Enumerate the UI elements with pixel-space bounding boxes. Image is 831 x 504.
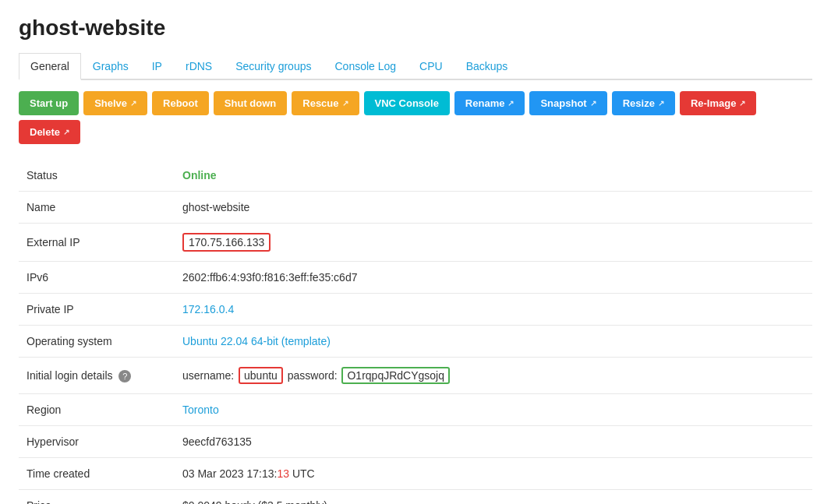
shelve-button[interactable]: Shelve ↗ <box>83 91 147 115</box>
value-hypervisor: 9eecfd763135 <box>175 426 812 458</box>
tab-general[interactable]: General <box>19 53 81 80</box>
value-ipv6: 2602:ffb6:4:93f0:f816:3eff:fe35:c6d7 <box>175 262 812 294</box>
external-icon: ↗ <box>590 99 596 107</box>
region-link[interactable]: Toronto <box>182 404 219 416</box>
reboot-button[interactable]: Reboot <box>152 91 209 115</box>
label-status: Status <box>19 160 175 192</box>
value-external-ip: 170.75.166.133 <box>175 224 812 262</box>
os-link[interactable]: Ubuntu 22.04 64-bit (template) <box>182 335 331 347</box>
password-box: O1rqpqJRdCYgsojq <box>341 367 450 384</box>
table-row: External IP 170.75.166.133 <box>19 224 812 262</box>
tab-rdns[interactable]: rDNS <box>174 53 224 79</box>
label-time-created: Time created <box>19 458 175 490</box>
external-icon: ↗ <box>130 99 136 107</box>
info-table: Status Online Name ghost-website Externa… <box>19 160 812 504</box>
label-login-details: Initial login details ? <box>19 358 175 394</box>
table-row: Name ghost-website <box>19 192 812 224</box>
label-os: Operating system <box>19 326 175 358</box>
tab-cpu[interactable]: CPU <box>408 53 454 79</box>
vnc-console-button[interactable]: VNC Console <box>364 91 450 115</box>
table-row: Private IP 172.16.0.4 <box>19 294 812 326</box>
label-region: Region <box>19 394 175 426</box>
value-login-details: username: ubuntu password: O1rqpqJRdCYgs… <box>175 358 812 394</box>
rename-button[interactable]: Rename ↗ <box>454 91 525 115</box>
table-row: Time created 03 Mar 2023 17:13:13 UTC <box>19 458 812 490</box>
external-icon: ↗ <box>342 99 348 107</box>
value-private-ip: 172.16.0.4 <box>175 294 812 326</box>
table-row: Status Online <box>19 160 812 192</box>
username-box: ubuntu <box>239 367 283 384</box>
tab-backups[interactable]: Backups <box>454 53 520 79</box>
delete-button[interactable]: Delete ↗ <box>19 120 80 144</box>
private-ip-link[interactable]: 172.16.0.4 <box>182 303 234 315</box>
label-hypervisor: Hypervisor <box>19 426 175 458</box>
tab-security-groups[interactable]: Security groups <box>224 53 323 79</box>
table-row: IPv6 2602:ffb6:4:93f0:f816:3eff:fe35:c6d… <box>19 262 812 294</box>
label-private-ip: Private IP <box>19 294 175 326</box>
tab-console-log[interactable]: Console Log <box>323 53 408 79</box>
external-icon: ↗ <box>507 99 514 107</box>
action-toolbar: Start up Shelve ↗ Reboot Shut down Rescu… <box>19 91 812 144</box>
re-image-button[interactable]: Re-Image ↗ <box>680 91 757 115</box>
label-ipv6: IPv6 <box>19 262 175 294</box>
time-highlight: 13 <box>277 467 289 480</box>
rescue-button[interactable]: Rescue ↗ <box>292 91 359 115</box>
value-status: Online <box>175 160 812 192</box>
value-time-created: 03 Mar 2023 17:13:13 UTC <box>175 458 812 490</box>
value-price: $0.0049 hourly ($3.5 monthly) <box>175 490 812 505</box>
value-name: ghost-website <box>175 192 812 224</box>
tab-ip[interactable]: IP <box>140 53 174 79</box>
value-os: Ubuntu 22.04 64-bit (template) <box>175 326 812 358</box>
tab-bar: General Graphs IP rDNS Security groups C… <box>19 53 812 80</box>
label-price: Price <box>19 490 175 505</box>
external-icon: ↗ <box>658 99 664 107</box>
table-row: Initial login details ? username: ubuntu… <box>19 358 812 394</box>
resize-button[interactable]: Resize ↗ <box>612 91 675 115</box>
table-row: Price $0.0049 hourly ($3.5 monthly) <box>19 490 812 505</box>
shut-down-button[interactable]: Shut down <box>214 91 287 115</box>
snapshot-button[interactable]: Snapshot ↗ <box>529 91 606 115</box>
external-icon: ↗ <box>739 99 745 107</box>
label-external-ip: External IP <box>19 224 175 262</box>
table-row: Region Toronto <box>19 394 812 426</box>
help-icon[interactable]: ? <box>118 370 131 382</box>
external-icon: ↗ <box>63 128 69 136</box>
table-row: Hypervisor 9eecfd763135 <box>19 426 812 458</box>
status-badge: Online <box>182 169 217 182</box>
table-row: Operating system Ubuntu 22.04 64-bit (te… <box>19 326 812 358</box>
tab-graphs[interactable]: Graphs <box>81 53 140 79</box>
ip-address-box: 170.75.166.133 <box>182 233 271 252</box>
start-up-button[interactable]: Start up <box>19 91 79 115</box>
value-region: Toronto <box>175 394 812 426</box>
page-title: ghost-website <box>19 16 812 41</box>
label-name: Name <box>19 192 175 224</box>
